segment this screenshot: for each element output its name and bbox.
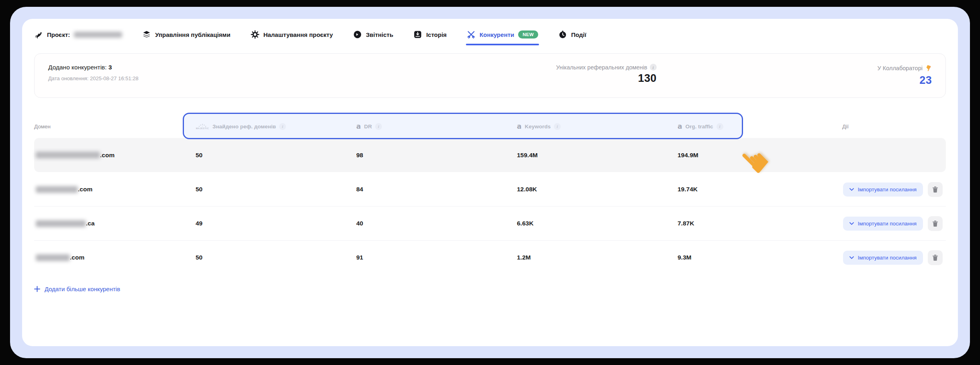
nav-item-publications[interactable]: Управління публікаціями bbox=[142, 28, 230, 43]
stopwatch-icon bbox=[558, 30, 567, 39]
cell-org-traffic: 9.3M bbox=[665, 254, 745, 261]
import-links-label: Імпортувати посилання bbox=[858, 221, 917, 227]
ahrefs-icon: a bbox=[678, 123, 682, 130]
table-row[interactable]: .com 50 98 159.4M 194.9M bbox=[34, 138, 946, 172]
nav-item-reports[interactable]: Звітність bbox=[353, 28, 393, 43]
cell-keywords: 159.4M bbox=[504, 152, 665, 159]
table-header-row: Домен MAJESTIC Знайдено реф. доменів a bbox=[34, 115, 946, 138]
domain-suffix: .com bbox=[78, 186, 92, 193]
info-icon[interactable] bbox=[650, 64, 657, 71]
cell-dr: 98 bbox=[343, 152, 504, 159]
chevron-down-icon bbox=[849, 222, 854, 225]
table-row[interactable]: .ca 49 40 6.63K 7.87K Імпортувати посила… bbox=[34, 206, 946, 240]
domain-redacted bbox=[36, 152, 100, 158]
cell-found: 50 bbox=[183, 152, 343, 159]
cell-actions: Імпортувати посилання bbox=[745, 250, 946, 265]
domain-redacted bbox=[36, 220, 86, 227]
header-domain: Домен bbox=[34, 124, 183, 130]
swords-icon bbox=[467, 30, 476, 39]
cell-dr: 91 bbox=[343, 254, 504, 261]
domain-suffix: .com bbox=[70, 254, 84, 261]
ahrefs-icon: a bbox=[356, 123, 361, 130]
nav-item-settings[interactable]: Налаштування проєкту bbox=[251, 28, 333, 43]
table-row[interactable]: .com 50 91 1.2M 9.3M Імпортувати посилан… bbox=[34, 240, 946, 274]
add-more-competitors-button[interactable]: Додати більше конкурентів bbox=[34, 286, 120, 292]
nav-item-label: Управління публікаціями bbox=[155, 31, 230, 38]
table-row[interactable]: .com 50 84 12.08K 19.74K Імпортувати пос… bbox=[34, 172, 946, 206]
cell-org-traffic: 194.9M bbox=[665, 152, 745, 159]
nav-item-label: Звітність bbox=[366, 31, 393, 38]
collaborator-block: У Коллабораторі ☛ 23 bbox=[878, 64, 932, 87]
cell-keywords: 1.2M bbox=[504, 254, 665, 261]
info-icon[interactable] bbox=[375, 123, 382, 130]
header-dr: DR bbox=[364, 124, 372, 130]
majestic-label: MAJESTIC bbox=[196, 127, 209, 130]
active-tab-underline bbox=[466, 44, 539, 45]
added-competitors-count: 3 bbox=[108, 64, 112, 71]
majestic-icon: MAJESTIC bbox=[196, 124, 209, 130]
report-icon bbox=[353, 30, 362, 39]
import-links-button[interactable]: Імпортувати посилання bbox=[843, 251, 923, 265]
summary-card: Додано конкурентів: 3 Дата оновлення: 20… bbox=[34, 53, 946, 98]
cell-found: 49 bbox=[183, 220, 343, 227]
main-card: Проєкт: Управління публікаціями Налаштув… bbox=[22, 19, 958, 346]
header-found-ref-domains: Знайдено реф. доменів bbox=[212, 124, 276, 130]
chevron-down-icon bbox=[849, 256, 854, 259]
delete-button[interactable] bbox=[928, 250, 943, 265]
add-more-label: Додати більше конкурентів bbox=[45, 286, 120, 292]
page-frame: Проєкт: Управління публікаціями Налаштув… bbox=[10, 7, 970, 358]
nav-item-label: Налаштування проєкту bbox=[263, 31, 333, 38]
history-icon bbox=[413, 30, 422, 39]
ahrefs-icon: a bbox=[517, 123, 521, 130]
pointing-hand-small-icon: ☛ bbox=[923, 63, 934, 73]
cell-found: 50 bbox=[183, 186, 343, 193]
rocket-icon bbox=[34, 30, 43, 39]
trash-icon bbox=[932, 186, 938, 193]
import-links-button[interactable]: Імпортувати посилання bbox=[843, 182, 923, 197]
import-links-label: Імпортувати посилання bbox=[858, 187, 917, 193]
domain-redacted bbox=[36, 254, 70, 261]
trash-icon bbox=[932, 220, 938, 227]
cell-dr: 84 bbox=[343, 186, 504, 193]
cell-keywords: 12.08K bbox=[504, 186, 665, 193]
info-icon[interactable] bbox=[554, 123, 561, 130]
added-competitors-label: Додано конкурентів: bbox=[48, 64, 107, 71]
nav-item-label: Проєкт: bbox=[47, 31, 70, 38]
header-org-traffic: Org. traffic bbox=[685, 124, 713, 130]
project-name-redacted bbox=[74, 32, 122, 38]
unique-ref-domains-block: Унікальних реферальних доменів 130 bbox=[556, 64, 656, 85]
summary-added-block: Додано конкурентів: 3 Дата оновлення: 20… bbox=[48, 64, 139, 81]
nav-item-competitors[interactable]: Конкуренти NEW bbox=[467, 28, 538, 43]
import-links-button[interactable]: Імпортувати посилання bbox=[843, 217, 923, 231]
nav-item-project[interactable]: Проєкт: bbox=[34, 28, 122, 43]
info-icon[interactable] bbox=[717, 123, 723, 130]
cell-org-traffic: 19.74K bbox=[665, 186, 745, 193]
delete-button[interactable] bbox=[928, 182, 943, 197]
new-badge: NEW bbox=[518, 30, 538, 39]
plus-icon bbox=[34, 286, 40, 292]
info-icon[interactable] bbox=[279, 123, 286, 130]
cell-actions: Імпортувати посилання bbox=[745, 182, 946, 197]
delete-button[interactable] bbox=[928, 216, 943, 231]
trash-icon bbox=[932, 254, 938, 261]
nav-item-events[interactable]: Події bbox=[558, 28, 586, 43]
nav-item-history[interactable]: Історія bbox=[413, 28, 447, 43]
layers-icon bbox=[142, 30, 151, 39]
nav-item-label: Історія bbox=[426, 31, 447, 38]
project-nav: Проєкт: Управління публікаціями Налаштув… bbox=[34, 19, 946, 49]
cell-org-traffic: 7.87K bbox=[665, 220, 745, 227]
domain-suffix: .com bbox=[100, 152, 114, 159]
nav-item-label: Конкуренти bbox=[480, 31, 514, 38]
nav-item-label: Події bbox=[571, 31, 586, 38]
collaborator-label: У Коллабораторі bbox=[878, 65, 923, 71]
cell-keywords: 6.63K bbox=[504, 220, 665, 227]
gear-icon bbox=[251, 30, 259, 39]
competitors-table: Домен MAJESTIC Знайдено реф. доменів a bbox=[34, 115, 946, 294]
domain-suffix: .ca bbox=[86, 220, 95, 227]
domain-redacted bbox=[36, 186, 78, 193]
header-keywords: Keywords bbox=[525, 124, 551, 130]
cell-found: 50 bbox=[183, 254, 343, 261]
unique-ref-domains-label: Унікальних реферальних доменів bbox=[556, 64, 647, 71]
cell-dr: 40 bbox=[343, 220, 504, 227]
header-actions: Дії bbox=[745, 124, 946, 130]
